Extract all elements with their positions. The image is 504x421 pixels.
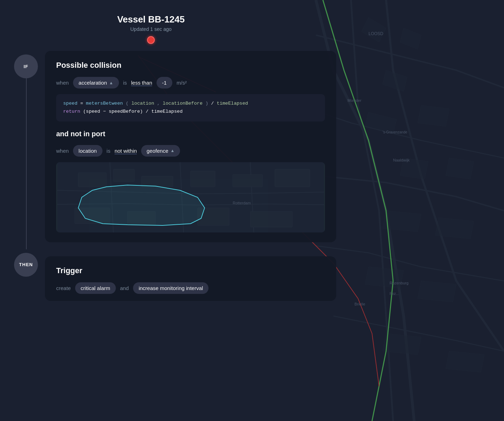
svg-rect-14 (233, 175, 263, 187)
and-label: and (120, 285, 129, 291)
value-label: -1 (162, 80, 167, 86)
then-card-title: Trigger (56, 266, 325, 275)
and-not-in-port-title: and not in port (56, 130, 325, 138)
svg-rect-11 (113, 169, 134, 182)
acceleration-label: accelaration (79, 80, 107, 86)
code-param-timeelapsed: timeElapsed (217, 101, 248, 106)
vessel-updated: Updated 1 sec ago (46, 26, 256, 32)
code-comma: , (157, 101, 163, 106)
code-param-locationbefore: locationBefore (163, 101, 203, 106)
geofence-pill[interactable]: geofence ▲ (141, 145, 180, 157)
increase-monitoring-pill[interactable]: increase monitoring interval (133, 282, 208, 294)
chevron-up-icon-2: ▲ (171, 148, 175, 153)
unit-label: m/s² (177, 80, 187, 86)
vessel-location-dot (147, 36, 155, 44)
code-speed-var: speed (63, 101, 78, 106)
then-section: THEN Trigger create critical alarm and i… (0, 249, 504, 301)
critical-alarm-pill[interactable]: critical alarm (75, 282, 116, 294)
if-label: IF (14, 54, 38, 78)
less-than-operator[interactable]: less than (131, 80, 152, 86)
section-connector (26, 78, 27, 249)
is-label-2: is (107, 148, 111, 154)
not-within-operator[interactable]: not within (114, 148, 137, 154)
when-label-2: when (56, 148, 69, 154)
is-label-1: is (123, 80, 127, 86)
increase-monitoring-label: increase monitoring interval (139, 285, 203, 291)
if-card-title: Possible collision (56, 61, 325, 70)
if-card: Possible collision when accelaration ▲ i… (45, 51, 336, 242)
svg-rect-19 (250, 211, 292, 227)
vessel-title: Vessel BB-1245 (46, 14, 256, 25)
code-expr: (speed − speedBefore) / timeElapsed (83, 109, 183, 114)
code-close-div: ) (205, 101, 208, 106)
create-label: create (56, 285, 71, 291)
then-action-row: create critical alarm and increase monit… (56, 282, 325, 294)
svg-text:Rotterdam: Rotterdam (233, 201, 251, 205)
if-section: IF Possible collision when accelaration … (0, 51, 504, 242)
code-return-kw: return (63, 109, 80, 114)
svg-rect-10 (78, 173, 106, 187)
svg-rect-12 (141, 176, 173, 187)
location-pill[interactable]: location (73, 145, 102, 157)
svg-rect-13 (191, 171, 215, 187)
then-label: THEN (14, 253, 38, 277)
svg-rect-15 (275, 169, 310, 187)
code-equals: = (80, 101, 86, 106)
value-pill-minus1[interactable]: -1 (157, 77, 172, 88)
geofence-label: geofence (147, 148, 168, 154)
acceleration-pill[interactable]: accelaration ▲ (73, 77, 119, 88)
code-fn-name: metersBetween (86, 101, 123, 106)
code-div1: / (211, 101, 217, 106)
chevron-up-icon: ▲ (109, 80, 113, 85)
when-label-1: when (56, 80, 69, 86)
condition-row-2: when location is not within geofence ▲ (56, 145, 325, 157)
code-open-paren: ( (126, 101, 128, 106)
code-block: speed = metersBetween ( location , locat… (56, 94, 325, 121)
location-label: location (79, 148, 97, 154)
then-card: Trigger create critical alarm and increa… (45, 256, 336, 301)
geofence-map: Rotterdam (56, 162, 325, 232)
alarm-type-label: critical alarm (81, 285, 110, 291)
condition-row-1: when accelaration ▲ is less than -1 m/s² (56, 77, 325, 88)
vessel-header: Vessel BB-1245 Updated 1 sec ago (46, 14, 256, 44)
code-param-location: location (131, 101, 154, 106)
